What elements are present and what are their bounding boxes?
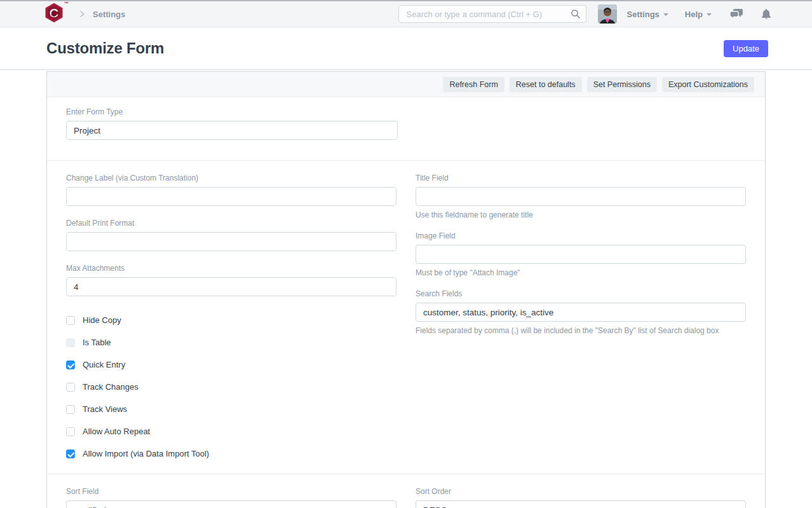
logo-tm: ™ xyxy=(64,1,69,6)
title-field-input[interactable] xyxy=(416,187,746,206)
change-label-label: Change Label (via Custom Translation) xyxy=(66,174,396,182)
checkbox-label: Track Changes xyxy=(83,382,139,392)
image-field-field: Image Field Must be of type "Attach Imag… xyxy=(416,231,746,277)
sort-order-input[interactable] xyxy=(416,500,746,508)
section-sorting: Sort Field Sort Order xyxy=(47,474,765,508)
checkbox-allow-import[interactable]: Allow Import (via Data Import Tool) xyxy=(66,443,396,465)
checkbox-box[interactable] xyxy=(66,383,75,392)
default-print-format-input[interactable] xyxy=(66,232,396,251)
default-print-format-field: Default Print Format xyxy=(66,219,396,251)
checkbox-label: Allow Auto Repeat xyxy=(83,427,150,436)
checkbox-box[interactable] xyxy=(66,338,75,347)
navbar: C ™ Settings xyxy=(0,1,812,27)
checkbox-box[interactable] xyxy=(66,427,75,436)
app-logo[interactable]: C ™ xyxy=(44,3,69,25)
title-field-help: Use this fieldname to generate title xyxy=(416,210,746,219)
checkbox-label: Track Views xyxy=(83,404,127,414)
checkbox-is-table[interactable]: Is Table xyxy=(66,331,396,354)
search-icon[interactable] xyxy=(571,9,581,22)
sort-order-column: Sort Order xyxy=(416,487,746,508)
checkbox-quick-entry[interactable]: Quick Entry xyxy=(66,354,396,376)
change-label-input[interactable] xyxy=(66,187,396,206)
user-settings-menu-label: Settings xyxy=(627,10,660,19)
chevron-down-icon xyxy=(707,13,712,16)
right-column: Title Field Use this fieldname to genera… xyxy=(416,174,746,469)
image-field-label: Image Field xyxy=(416,231,746,240)
sort-field-input[interactable] xyxy=(66,500,396,508)
page-title: Customize Form xyxy=(46,39,164,57)
logo-icon: C xyxy=(44,3,64,25)
chat-icon[interactable] xyxy=(729,8,743,20)
breadcrumb-settings[interactable]: Settings xyxy=(93,10,125,19)
checkbox-track-views[interactable]: Track Views xyxy=(66,398,396,420)
set-permissions-button[interactable]: Set Permissions xyxy=(587,77,657,92)
max-attachments-field: Max Attachments xyxy=(66,264,396,296)
checkbox-box[interactable] xyxy=(66,316,75,325)
sort-field-label: Sort Field xyxy=(66,487,396,496)
checkbox-box[interactable] xyxy=(66,405,75,414)
checkbox-label: Hide Copy xyxy=(83,315,121,325)
checkbox-box[interactable] xyxy=(66,360,75,369)
checkbox-allow-auto-repeat[interactable]: Allow Auto Repeat xyxy=(66,420,396,443)
page-head: Customize Form Update xyxy=(0,27,812,70)
export-customizations-button[interactable]: Export Customizations xyxy=(662,77,754,92)
change-label-field: Change Label (via Custom Translation) xyxy=(66,174,396,206)
max-attachments-input[interactable] xyxy=(66,277,396,296)
search-fields-label: Search Fields xyxy=(416,289,746,298)
form-type-label: Enter Form Type xyxy=(66,107,746,116)
chevron-down-icon xyxy=(663,13,668,16)
search-input[interactable] xyxy=(398,5,586,23)
refresh-form-button[interactable]: Refresh Form xyxy=(443,77,504,92)
notifications-bell-icon[interactable] xyxy=(761,8,771,20)
image-field-input[interactable] xyxy=(416,245,746,264)
form-type-input[interactable] xyxy=(66,121,398,140)
search-fields-help: Fields separated by comma (,) will be in… xyxy=(416,326,746,335)
section-properties: Change Label (via Custom Translation) De… xyxy=(47,161,765,474)
sort-field-column: Sort Field xyxy=(66,487,396,508)
max-attachments-label: Max Attachments xyxy=(66,264,396,273)
form-toolbar: Refresh Form Reset to defaults Set Permi… xyxy=(47,72,765,97)
checkbox-label: Allow Import (via Data Import Tool) xyxy=(83,449,209,458)
sort-order-label: Sort Order xyxy=(416,487,746,496)
help-menu[interactable]: Help xyxy=(685,10,712,19)
left-column: Change Label (via Custom Translation) De… xyxy=(66,174,396,469)
help-menu-label: Help xyxy=(685,10,703,19)
update-button[interactable]: Update xyxy=(724,40,768,57)
page-content: Refresh Form Reset to defaults Set Permi… xyxy=(0,70,812,508)
title-field-field: Title Field Use this fieldname to genera… xyxy=(416,174,746,219)
checkbox-list: Hide Copy Is Table Quick Entry Track Cha… xyxy=(66,309,396,469)
checkbox-hide-copy[interactable]: Hide Copy xyxy=(66,309,396,331)
form-type-field: Enter Form Type xyxy=(66,107,746,140)
checkbox-track-changes[interactable]: Track Changes xyxy=(66,376,396,398)
checkbox-label: Quick Entry xyxy=(83,360,125,369)
customize-form-card: Refresh Form Reset to defaults Set Permi… xyxy=(46,71,766,508)
sort-field-field: Sort Field xyxy=(66,487,396,508)
image-field-help: Must be of type "Attach Image" xyxy=(416,268,746,277)
global-search xyxy=(398,5,586,23)
checkbox-label: Is Table xyxy=(83,338,111,347)
title-field-label: Title Field xyxy=(416,174,746,182)
breadcrumb-chevron-icon xyxy=(78,10,86,18)
reset-to-defaults-button[interactable]: Reset to defaults xyxy=(510,77,582,92)
user-avatar[interactable] xyxy=(598,4,617,24)
sort-order-field: Sort Order xyxy=(416,487,746,508)
section-form-type: Enter Form Type xyxy=(47,97,765,161)
search-fields-input[interactable] xyxy=(416,303,746,322)
checkbox-box[interactable] xyxy=(66,450,75,458)
default-print-format-label: Default Print Format xyxy=(66,219,396,228)
user-settings-menu[interactable]: Settings xyxy=(627,10,668,19)
search-fields-field: Search Fields Fields separated by comma … xyxy=(416,289,746,335)
